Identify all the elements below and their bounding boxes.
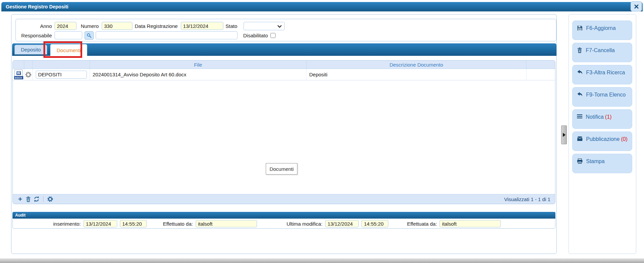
button-label: Pubblicazione: [586, 136, 620, 142]
effettuato-da-label: Effettuato da:: [163, 221, 193, 227]
descrizione-cell[interactable]: Depositi: [307, 69, 526, 80]
f9-torna-elenco-button[interactable]: F9-Torna Elenco: [572, 87, 632, 107]
inserimento-time-input[interactable]: [120, 220, 147, 227]
toolbar-separator: [43, 196, 43, 202]
stampa-button[interactable]: Stampa: [572, 154, 632, 173]
add-row-button[interactable]: +: [16, 195, 24, 203]
add-icon: +: [18, 196, 22, 202]
disabilitato-label: Disabilitato: [243, 33, 268, 38]
effettuata-da-input[interactable]: [440, 220, 501, 227]
numero-label: Numero: [79, 23, 99, 29]
data-registrazione-input[interactable]: [181, 22, 223, 30]
main-panel: Anno Numero Data Registrazione Stato Res…: [11, 14, 557, 254]
effettuata-da-label: Effettuata da:: [407, 221, 437, 227]
button-label: Notifica: [586, 114, 604, 120]
printer-icon: [577, 158, 583, 164]
gear-icon: [47, 196, 53, 202]
close-button[interactable]: [631, 1, 642, 11]
window-titlebar: Gestione Registro Depositi: [1, 2, 643, 11]
docx-ext-label: DOCX: [14, 76, 23, 79]
undo-icon: [577, 70, 583, 75]
button-label: F7-Cancella: [586, 47, 615, 53]
notifica-button[interactable]: Notifica(1): [572, 109, 632, 129]
grid-header-status-col: [24, 61, 33, 69]
gear-icon: [25, 71, 32, 78]
stato-label: Stato: [226, 23, 237, 29]
button-label: Stampa: [586, 158, 605, 164]
trash-icon: [26, 196, 31, 202]
grid-empty-area: Documenti: [13, 80, 555, 194]
trash-icon: [577, 47, 582, 53]
responsabile-label: Responsabile: [16, 33, 52, 38]
inserimento-label: inserimento:: [53, 221, 81, 227]
pubblicazione-button[interactable]: Pubblicazione(0): [572, 132, 632, 151]
word-logo: W: [16, 71, 21, 75]
button-label: F9-Torna Elenco: [586, 92, 625, 98]
grid-toolbar: +: [13, 194, 555, 204]
close-icon: [634, 4, 639, 9]
grid-header: File Descrizione Documento: [13, 61, 555, 69]
grid-header-file[interactable]: File: [90, 61, 307, 69]
filter-row-1: Anno Numero Data Registrazione Stato: [16, 22, 556, 30]
archive-icon: [577, 136, 583, 141]
drag-tooltip: Documenti: [266, 163, 297, 175]
refresh-icon: [33, 196, 40, 202]
notifica-count: (1): [605, 114, 612, 120]
button-label: F3-Altra Ricerca: [586, 70, 625, 75]
bottom-scroll-band: [0, 259, 644, 263]
refresh-button[interactable]: [32, 195, 40, 203]
effettuato-da-input[interactable]: [196, 220, 257, 227]
data-registrazione-label: Data Registrazione: [135, 23, 178, 29]
table-row[interactable]: W DOCX 2024001314_Avviso Deposito Art 60…: [13, 69, 555, 80]
filter-row-2: Responsabile Disabilitato: [16, 31, 556, 40]
ultima-modifica-time-input[interactable]: [361, 220, 388, 227]
ultima-modifica-date-input[interactable]: [325, 220, 359, 227]
delete-row-button[interactable]: [24, 195, 32, 203]
file-cell[interactable]: 2024001314_Avviso Deposito Art 60.docx: [90, 69, 307, 80]
numero-input[interactable]: [102, 22, 132, 30]
tab-deposito[interactable]: Deposito: [14, 45, 47, 54]
audit-fields: inserimento: Effettuato da: Ultima modif…: [12, 219, 555, 229]
window-title: Gestione Registro Depositi: [6, 4, 68, 9]
anno-label: Anno: [16, 23, 52, 29]
arrow-right-icon: [563, 133, 566, 137]
tab-documenti-label: Documenti: [57, 47, 81, 53]
chevron-down-icon: [277, 25, 282, 28]
pubblicazione-count: (0): [621, 136, 628, 142]
audit-title: Audit: [15, 213, 26, 218]
grid-header-tipo-col: [33, 61, 90, 69]
f7-cancella-button[interactable]: F7-Cancella: [572, 43, 632, 62]
grid-header-descrizione[interactable]: Descrizione Documento: [307, 61, 526, 69]
responsabile-search-button[interactable]: [85, 31, 94, 40]
responsabile-name-input[interactable]: [96, 31, 237, 39]
tab-deposito-label: Deposito: [21, 47, 41, 52]
grid-header-icon-col: [13, 61, 24, 69]
filter-form: Anno Numero Data Registrazione Stato Res…: [15, 19, 556, 41]
tipo-documento-input[interactable]: [36, 71, 87, 79]
documents-grid: File Descrizione Documento W DOCX 202400…: [12, 60, 555, 204]
pager-status: Visualizzati 1 - 1 di 1: [504, 196, 550, 202]
f3-altra-ricerca-button[interactable]: F3-Altra Ricerca: [572, 65, 632, 84]
tab-documenti[interactable]: Documenti: [50, 44, 87, 56]
responsabile-code-input[interactable]: [55, 31, 82, 39]
button-label: F6-Aggiorna: [586, 25, 616, 31]
disabilitato-checkbox[interactable]: [270, 33, 276, 38]
ultima-modifica-label: Ultima modifica:: [287, 221, 323, 227]
anno-input[interactable]: [55, 22, 76, 30]
word-docx-icon[interactable]: W DOCX: [14, 70, 23, 79]
menu-list-icon: [577, 114, 582, 119]
inserimento-date-input[interactable]: [84, 220, 117, 227]
grid-header-extra-col: [526, 61, 555, 69]
tab-bar: Deposito Documenti: [12, 43, 556, 56]
stato-select[interactable]: [244, 22, 285, 30]
save-icon: [577, 25, 583, 31]
grid-settings-button[interactable]: [46, 195, 54, 203]
undo-icon: [577, 92, 583, 97]
panel-collapse-handle[interactable]: [561, 125, 567, 144]
search-icon: [87, 33, 92, 38]
f6-aggiorna-button[interactable]: F6-Aggiorna: [572, 21, 632, 40]
action-sidebar: F6-Aggiorna F7-Cancella F3-Altra Ricerca…: [569, 14, 636, 254]
audit-header: Audit: [12, 212, 555, 219]
